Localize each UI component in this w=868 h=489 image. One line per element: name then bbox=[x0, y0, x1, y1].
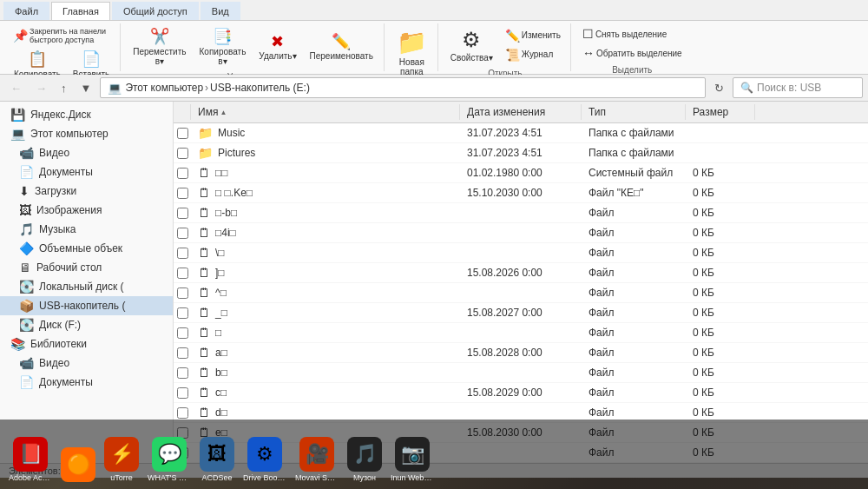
main-container: 💾 Яндекс.Диск 💻 Этот компьютер 📹 Видео 📄… bbox=[0, 102, 868, 463]
btn-copy-to[interactable]: 📑 Копироватьв▾ bbox=[194, 25, 252, 69]
sidebar-item-disk-f[interactable]: 💽 Диск (F:) bbox=[0, 315, 173, 334]
sidebar-item-music[interactable]: 🎵 Музыка bbox=[0, 220, 173, 239]
file-row[interactable]: 🗒a□15.08.2028 0:00Файл0 КБ bbox=[174, 343, 868, 363]
sidebar-item-this-pc[interactable]: 💻 Этот компьютер bbox=[0, 124, 173, 143]
file-row[interactable]: 🗒□-b□Файл0 КБ bbox=[174, 203, 868, 223]
file-checkbox[interactable] bbox=[174, 347, 191, 359]
file-size-cell: 0 КБ bbox=[686, 186, 755, 200]
taskbar-item[interactable]: ⚡uTorre bbox=[104, 437, 139, 482]
tab-home[interactable]: Главная bbox=[51, 2, 110, 20]
sidebar-item-yandex-disk[interactable]: 💾 Яндекс.Диск bbox=[0, 105, 173, 124]
recent-button[interactable]: ▼ bbox=[76, 79, 97, 97]
address-path[interactable]: 💻 Этот компьютер › USB-накопитель (E:) bbox=[100, 77, 706, 98]
btn-new-folder[interactable]: 📁 Новаяпапка bbox=[391, 25, 432, 79]
back-button[interactable]: ← bbox=[5, 79, 27, 97]
search-box[interactable]: 🔍 Поиск в: USB bbox=[733, 77, 863, 98]
taskbar-item[interactable]: 📕Adobe Acrob bbox=[9, 437, 52, 482]
tab-share[interactable]: Общий доступ bbox=[112, 2, 199, 20]
file-checkbox[interactable] bbox=[174, 248, 191, 259]
sidebar-label-video: Видео bbox=[39, 147, 69, 159]
file-checkbox[interactable] bbox=[174, 287, 191, 299]
file-row[interactable]: 🗒□Файл0 КБ bbox=[174, 323, 868, 343]
sidebar-label-documents: Документы bbox=[39, 166, 93, 178]
file-row[interactable]: 🗒\□Файл0 КБ bbox=[174, 243, 868, 263]
sidebar-item-video[interactable]: 📹 Видео bbox=[0, 143, 173, 162]
sidebar-item-video2[interactable]: 📹 Видео bbox=[0, 354, 173, 373]
taskbar-app-icon: 🟠 bbox=[61, 447, 95, 482]
btn-rename[interactable]: ✏️ Переименовать bbox=[305, 30, 378, 64]
file-row[interactable]: 🗒^□Файл0 КБ bbox=[174, 283, 868, 303]
file-checkbox[interactable] bbox=[174, 188, 191, 199]
file-row[interactable]: 🗒□□01.02.1980 0:00Системный файл0 КБ bbox=[174, 163, 868, 183]
file-name-text: ^□ bbox=[215, 287, 227, 299]
file-checkbox[interactable] bbox=[174, 387, 191, 399]
taskbar-item[interactable]: ⚙Drive Booster bbox=[243, 437, 286, 482]
file-checkbox[interactable] bbox=[174, 307, 191, 319]
file-size-cell: 0 КБ bbox=[686, 326, 755, 340]
forward-button[interactable]: → bbox=[30, 79, 52, 97]
sidebar-item-libraries[interactable]: 📚 Библиотеки bbox=[0, 334, 173, 354]
btn-deselect[interactable]: ☐ Снять выделение bbox=[578, 25, 687, 43]
refresh-button[interactable]: ↻ bbox=[709, 79, 729, 97]
btn-delete[interactable]: ✖ Удалить▾ bbox=[253, 30, 301, 64]
file-name-cell: 📁Music bbox=[191, 125, 460, 141]
btn-move[interactable]: ✂️ Переместитьв▾ bbox=[128, 25, 191, 69]
file-checkbox[interactable] bbox=[174, 327, 191, 339]
file-icon: 🗒 bbox=[198, 266, 210, 280]
sidebar-item-downloads[interactable]: ⬇ Загрузки bbox=[0, 182, 173, 201]
file-type-cell: Файл bbox=[582, 266, 686, 280]
file-checkbox[interactable] bbox=[174, 168, 191, 179]
sidebar-item-docs2[interactable]: 📄 Документы bbox=[0, 373, 173, 392]
file-row[interactable]: 🗒□ □.Ke□15.10.2030 0:00Файл "КЕ□"0 КБ bbox=[174, 183, 868, 203]
sidebar-item-usb[interactable]: 📦 USB-накопитель ( bbox=[0, 296, 173, 315]
file-row[interactable]: 📁Pictures31.07.2023 4:51Папка с файлами bbox=[174, 143, 868, 163]
tab-view[interactable]: Вид bbox=[201, 2, 240, 20]
file-row[interactable]: 🗒b□Файл0 КБ bbox=[174, 363, 868, 383]
col-header-name[interactable]: Имя ▲ bbox=[191, 104, 460, 120]
copy-icon: 📋 bbox=[28, 50, 47, 69]
taskbar-item[interactable]: 🎥Movavi Screen bbox=[295, 437, 339, 482]
file-row[interactable]: 🗒_□15.08.2027 0:00Файл0 КБ bbox=[174, 303, 868, 323]
file-checkbox[interactable] bbox=[174, 407, 191, 419]
taskbar-item[interactable]: 🟠 bbox=[61, 447, 95, 482]
move-label: Переместитьв▾ bbox=[133, 47, 186, 66]
sidebar-item-3d[interactable]: 🔷 Объемные объек bbox=[0, 239, 173, 258]
btn-invert-selection[interactable]: ↔ Обратить выделение bbox=[578, 44, 687, 62]
path-computer[interactable]: Этот компьютер bbox=[125, 82, 203, 94]
disk-f-icon: 💽 bbox=[19, 318, 34, 332]
tab-file[interactable]: Файл bbox=[3, 2, 49, 20]
taskbar-item[interactable]: 💬WHAT'S NEW bbox=[148, 437, 191, 482]
taskbar-app-icon: ⚙ bbox=[247, 437, 282, 472]
btn-journal[interactable]: 📜 Журнал bbox=[501, 46, 565, 63]
sidebar-item-desktop[interactable]: 🖥 Рабочий стол bbox=[0, 258, 173, 277]
btn-pin[interactable]: 📌 Закрепить на панелибыстрого доступа bbox=[9, 25, 115, 46]
file-row[interactable]: 📁Music31.07.2023 4:51Папка с файлами bbox=[174, 123, 868, 143]
3d-icon: 🔷 bbox=[19, 241, 34, 255]
file-checkbox[interactable] bbox=[174, 208, 191, 219]
col-header-size[interactable]: Размер bbox=[686, 104, 755, 120]
taskbar-item[interactable]: 🖼ACDSee bbox=[200, 437, 234, 482]
sidebar-item-images[interactable]: 🖼 Изображения bbox=[0, 201, 173, 220]
file-list: 📁Music31.07.2023 4:51Папка с файлами📁Pic… bbox=[174, 123, 868, 463]
file-size-cell: 0 КБ bbox=[686, 406, 755, 420]
sidebar-item-documents[interactable]: 📄 Документы bbox=[0, 162, 173, 182]
btn-edit[interactable]: ✏️ Изменить bbox=[501, 27, 565, 44]
col-header-date[interactable]: Дата изменения bbox=[460, 104, 582, 120]
file-type-cell: Файл bbox=[582, 386, 686, 400]
col-header-type[interactable]: Тип bbox=[582, 104, 686, 120]
up-button[interactable]: ↑ bbox=[56, 79, 72, 97]
file-type-cell: Файл bbox=[582, 226, 686, 240]
file-checkbox[interactable] bbox=[174, 367, 191, 379]
file-checkbox[interactable] bbox=[174, 228, 191, 239]
taskbar-item[interactable]: 🎵Музон bbox=[347, 437, 382, 482]
path-usb[interactable]: USB-накопитель (E:) bbox=[210, 82, 310, 94]
file-row[interactable]: 🗒c□15.08.2029 0:00Файл0 КБ bbox=[174, 383, 868, 403]
file-checkbox[interactable] bbox=[174, 268, 191, 279]
file-row[interactable]: 🗒]□15.08.2026 0:00Файл0 КБ bbox=[174, 263, 868, 283]
btn-properties[interactable]: ⚙ Свойства▾ bbox=[445, 25, 498, 65]
taskbar-item[interactable]: 📷Inun Webcam bbox=[391, 437, 434, 482]
file-checkbox[interactable] bbox=[174, 148, 191, 159]
sidebar-item-local-disk[interactable]: 💽 Локальный диск ( bbox=[0, 277, 173, 296]
file-row[interactable]: 🗒□4i□Файл0 КБ bbox=[174, 223, 868, 243]
file-checkbox[interactable] bbox=[174, 128, 191, 139]
